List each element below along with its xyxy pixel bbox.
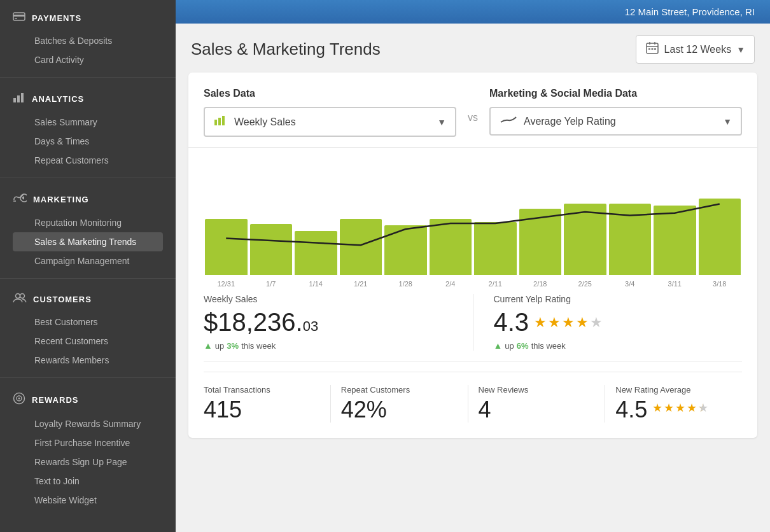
chart-x-label: 1/28	[383, 280, 428, 288]
sidebar-item-rewards-members[interactable]: Rewards Members	[13, 351, 163, 370]
top-banner: 12 Main Street, Providence, RI	[176, 0, 770, 24]
star-icon: ★	[687, 401, 697, 418]
customers-icon	[13, 293, 27, 306]
yelp-trend-up-icon: ▲	[494, 340, 503, 351]
payments-icon	[13, 11, 25, 25]
stats-bottom-row: Total Transactions 415 Repeat Customers …	[204, 372, 742, 423]
new-reviews-label: New Reviews	[479, 385, 595, 395]
sales-dropdown-label: Weekly Sales	[234, 116, 296, 128]
chart-x-label: 1/7	[249, 280, 294, 288]
sidebar: PAYMENTS Batches & Deposits Card Activit…	[0, 0, 176, 532]
chart-x-label: 2/4	[428, 280, 473, 288]
sidebar-item-sales-marketing-trends[interactable]: Sales & Marketing Trends	[13, 232, 163, 251]
sidebar-section-customers: CUSTOMERS Best Customers Recent Customer…	[0, 281, 176, 375]
main-card: Sales Data Weekly Sales ▼	[188, 73, 757, 438]
weekly-sales-trend-pct: 3%	[227, 341, 239, 351]
analytics-header: ANALYTICS	[13, 92, 163, 106]
star-icon: ★★	[698, 401, 708, 418]
chart-x-label: 1/14	[293, 280, 339, 288]
total-transactions-value: 415	[204, 397, 320, 423]
weekly-sales-value: $18,236.03	[204, 308, 452, 337]
star-icon: ★	[562, 314, 575, 331]
sidebar-section-analytics: ANALYTICS Sales Summary Days & Times Rep…	[0, 80, 176, 175]
main-content: 12 Main Street, Providence, RI Sales & M…	[176, 0, 770, 532]
sidebar-item-loyalty-rewards[interactable]: Loyalty Rewards Summary	[13, 414, 163, 433]
weekly-sales-cents: 03	[303, 318, 318, 335]
sidebar-item-card-activity[interactable]: Card Activity	[13, 50, 163, 69]
sales-dropdown-section: Sales Data Weekly Sales ▼	[204, 88, 456, 137]
sales-section-title: Sales Data	[204, 88, 456, 99]
new-rating-avg-label: New Rating Average	[615, 385, 732, 395]
chart-x-label: 2/18	[518, 280, 563, 288]
svg-rect-19	[651, 48, 653, 50]
payments-title: PAYMENTS	[32, 13, 81, 23]
sidebar-item-repeat-customers[interactable]: Repeat Customers	[13, 151, 163, 170]
sidebar-item-days-times[interactable]: Days & Times	[13, 132, 163, 151]
star-icon: ★	[590, 314, 603, 331]
sidebar-section-payments: PAYMENTS Batches & Deposits Card Activit…	[0, 0, 176, 74]
sidebar-item-sales-summary[interactable]: Sales Summary	[13, 113, 163, 132]
star-icon: ★	[548, 314, 561, 331]
yelp-rating-value-row: 4.3 ★★★★★	[494, 308, 743, 337]
chart-x-label: 1/21	[339, 280, 384, 288]
yelp-dropdown-arrow: ▼	[723, 116, 732, 127]
marketing-header: MARKETING	[13, 192, 163, 207]
chart-x-label: 3/4	[608, 280, 653, 288]
new-rating-avg-value-row: 4.5 ★★★★★★	[615, 397, 732, 423]
svg-rect-22	[218, 118, 221, 125]
weekly-sales-trend-text: this week	[241, 341, 276, 351]
trend-up-icon: ▲	[204, 340, 213, 351]
line-chart-icon	[500, 115, 517, 128]
yelp-rating-block: Current Yelp Rating 4.3 ★★★★★ ▲ up 6% th…	[473, 294, 743, 351]
new-reviews-block: New Reviews 4	[468, 385, 606, 423]
card-divider	[188, 147, 757, 148]
address-text: 12 Main Street, Providence, RI	[625, 6, 755, 17]
svg-rect-21	[214, 120, 217, 125]
sidebar-item-best-customers[interactable]: Best Customers	[13, 312, 163, 332]
yelp-rating-value: 4.3	[494, 308, 529, 337]
weekly-sales-label: Weekly Sales	[204, 294, 452, 304]
svg-rect-4	[17, 95, 20, 102]
sidebar-item-website-widget[interactable]: Website Widget	[13, 491, 163, 510]
chart-x-label: 2/11	[473, 280, 518, 288]
yelp-trend: ▲ up 6% this week	[494, 340, 743, 351]
sidebar-item-rewards-signup[interactable]: Rewards Sign Up Page	[13, 452, 163, 472]
svg-point-9	[16, 294, 20, 298]
sidebar-item-text-to-join[interactable]: Text to Join	[13, 472, 163, 491]
svg-rect-23	[222, 116, 225, 125]
yelp-dropdown[interactable]: Average Yelp Rating ▼	[489, 107, 742, 136]
trend-text-prefix: up	[215, 341, 224, 351]
chart-x-label: 3/18	[697, 280, 743, 288]
yelp-trend-pct: 6%	[517, 341, 529, 351]
svg-point-10	[20, 294, 25, 298]
analytics-title: ANALYTICS	[32, 94, 84, 104]
yelp-dropdown-label: Average Yelp Rating	[524, 116, 616, 127]
yelp-stars: ★★★★★	[534, 314, 603, 331]
chevron-down-icon: ▼	[736, 45, 745, 55]
date-range-label: Last 12 Weeks	[664, 44, 732, 55]
date-range-picker[interactable]: Last 12 Weeks ▼	[636, 35, 755, 64]
yelp-trend-text: this week	[531, 341, 566, 351]
page-title: Sales & Marketing Trends	[191, 39, 381, 59]
stats-top: Weekly Sales $18,236.03 ▲ up 3% this wee…	[204, 294, 742, 361]
yelp-dropdown-section: Marketing & Social Media Data Average Ye…	[489, 88, 742, 136]
sidebar-item-recent-customers[interactable]: Recent Customers	[13, 332, 163, 351]
rewards-title: REWARDS	[32, 395, 78, 405]
star-icon: ★	[652, 401, 662, 418]
sidebar-item-batches[interactable]: Batches & Deposits	[13, 31, 163, 50]
repeat-customers-block: Repeat Customers 42%	[331, 385, 468, 423]
analytics-icon	[13, 92, 25, 106]
yelp-section-title: Marketing & Social Media Data	[489, 88, 742, 99]
marketing-title: MARKETING	[33, 195, 89, 204]
star-icon: ★	[534, 314, 547, 331]
sidebar-item-reputation[interactable]: Reputation Monitoring	[13, 213, 163, 232]
sales-dropdown[interactable]: Weekly Sales ▼	[204, 107, 456, 137]
vs-label: vs	[456, 112, 489, 123]
sidebar-item-first-purchase[interactable]: First Purchase Incentive	[13, 433, 163, 452]
calendar-icon	[645, 41, 659, 58]
sidebar-item-campaign[interactable]: Campaign Management	[13, 251, 163, 270]
yelp-trend-text-prefix: up	[505, 341, 514, 351]
weekly-sales-amount: $18,236.	[204, 308, 303, 337]
svg-point-13	[18, 398, 20, 400]
new-rating-avg-value: 4.5	[615, 397, 647, 423]
